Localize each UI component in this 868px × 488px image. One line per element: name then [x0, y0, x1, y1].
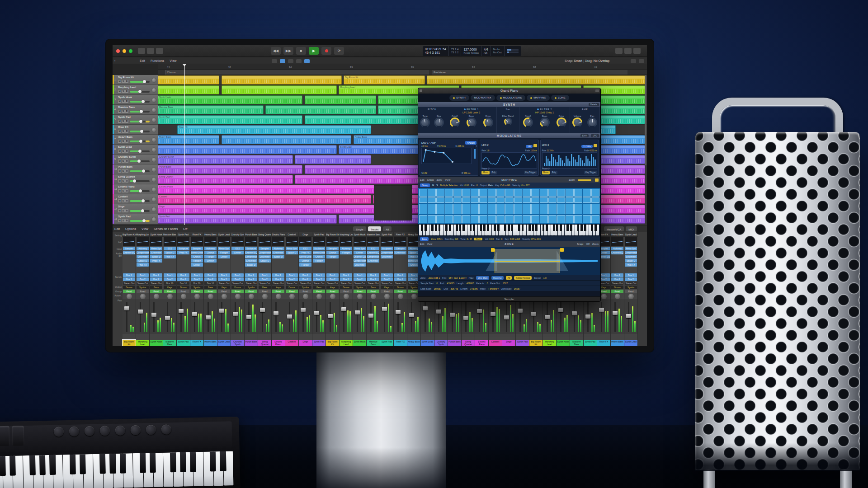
strip-eq-thumbnail[interactable]: [164, 237, 176, 246]
strip-instrument-slot[interactable]: Alchemy: [137, 247, 149, 250]
strip-fx-slot[interactable]: Limiter: [231, 251, 244, 254]
strip-instrument-slot[interactable]: Sampler: [123, 247, 135, 250]
mixer-channel-strip[interactable]: Synth PadSculptureStereo DelayChorusFlan…: [312, 232, 326, 346]
add-env-button[interactable]: ENV: [580, 134, 589, 137]
track-pan-knob[interactable]: [152, 108, 156, 112]
strip-automation[interactable]: Read: [394, 290, 406, 293]
white-key[interactable]: [492, 225, 495, 235]
audio-region[interactable]: [427, 75, 645, 84]
track-volume-slider[interactable]: [130, 101, 150, 103]
track-s-button[interactable]: S: [122, 150, 125, 153]
strip-fader[interactable]: [529, 300, 542, 334]
strip-pan-knob[interactable]: [245, 293, 258, 300]
strip-fx-slot[interactable]: Space D: [259, 259, 271, 263]
white-key[interactable]: [516, 225, 519, 235]
zone-field-value[interactable]: 0: [436, 282, 438, 285]
strip-automation[interactable]: Read: [299, 290, 311, 293]
lfo2-mono-button[interactable]: Mono: [481, 171, 489, 174]
track-r-button[interactable]: R: [125, 209, 128, 212]
strip-group[interactable]: Synths: [625, 286, 637, 289]
audio-region[interactable]: Big Room Kit: [344, 75, 425, 84]
mixer-view-menu[interactable]: View: [142, 227, 148, 230]
black-key[interactable]: [511, 225, 514, 231]
strip-send-1[interactable]: Bus 1: [164, 273, 176, 277]
strip-fx-slot[interactable]: Flanger: [204, 255, 217, 258]
strip-automation[interactable]: Read: [231, 290, 244, 293]
mixer-view-all[interactable]: All: [383, 226, 392, 231]
sends-on-faders-button[interactable]: Sends on Faders: [154, 227, 178, 230]
fader-cap[interactable]: [599, 308, 604, 312]
synth-group-value[interactable]: LP 12dB Lush 2: [446, 111, 496, 114]
strip-instrument-slot[interactable]: Alchemy: [340, 247, 352, 250]
white-key[interactable]: [429, 225, 433, 235]
zone-field-value[interactable]: Zone 035 1: [429, 277, 440, 279]
drag-value[interactable]: No Overlap: [594, 59, 609, 62]
strip-group[interactable]: Synths: [354, 286, 366, 289]
mixer-channel-strip[interactable]: Punch BassSculptureChannel EQCompressorE…: [245, 232, 258, 346]
zone-cell[interactable]: [531, 204, 539, 214]
track-pan-knob[interactable]: [152, 178, 156, 182]
zone-cell[interactable]: [566, 204, 574, 214]
mixer-channel-strip[interactable]: Electric PianoAlchemyEnsembleSpace DBus …: [272, 232, 285, 346]
track-header[interactable]: 3Synth HookMSR: [113, 95, 158, 105]
strip-fx-slot[interactable]: Space D: [137, 259, 149, 263]
zone-cell[interactable]: [471, 197, 479, 203]
lfo2-keytrigger-button[interactable]: Key Trigger: [524, 171, 537, 174]
black-key[interactable]: [421, 225, 423, 231]
track-r-button[interactable]: R: [125, 199, 128, 202]
strip-fader[interactable]: [285, 300, 298, 334]
fader-cap[interactable]: [151, 313, 156, 317]
strip-send-1[interactable]: Bus 1: [191, 273, 203, 277]
zone-cell[interactable]: [445, 189, 453, 197]
track-r-button[interactable]: R: [125, 80, 128, 83]
strip-fader[interactable]: [502, 300, 515, 334]
zone-cell[interactable]: [505, 215, 513, 223]
black-key[interactable]: [439, 225, 441, 231]
strip-send-2[interactable]: Bus 2: [231, 277, 244, 281]
plugin-title-bar[interactable]: Grand Piano: [418, 88, 600, 94]
track-header[interactable]: 13CowbellMSR: [113, 194, 158, 204]
forward-button[interactable]: ▶▶: [283, 47, 293, 55]
synth-details-button[interactable]: Details: [589, 103, 599, 106]
track-header[interactable]: 1Big Room KitMSR: [113, 75, 158, 85]
strip-send-2[interactable]: Bus 2: [354, 277, 366, 281]
black-key[interactable]: [445, 225, 448, 231]
track-s-button[interactable]: S: [122, 219, 125, 222]
white-key[interactable]: [575, 225, 578, 235]
track-header[interactable]: 6Riser FXMSR: [113, 125, 158, 135]
synth-knob-volume[interactable]: Volume: [571, 115, 584, 127]
strip-fx-slot[interactable]: Phat FX: [150, 259, 162, 263]
strip-fader[interactable]: [407, 300, 420, 334]
strip-fx-slot[interactable]: Ensemble: [245, 259, 257, 263]
mixer-toggle-icon[interactable]: [615, 48, 623, 54]
strip-eq-thumbnail[interactable]: [245, 237, 257, 246]
audio-region[interactable]: Massive Bass: [158, 105, 264, 114]
strip-automation[interactable]: Read: [150, 290, 162, 293]
synth-knob-fine[interactable]: Fine: [432, 115, 446, 127]
synth-group-value[interactable]: [570, 111, 599, 114]
audio-region[interactable]: Cowbell: [158, 195, 371, 204]
strip-fx-slot[interactable]: Space D: [272, 255, 284, 258]
black-key[interactable]: [473, 225, 475, 231]
strip-fx-slot[interactable]: Ensemble: [137, 255, 149, 258]
synth-group-value[interactable]: [497, 111, 519, 114]
black-key[interactable]: [80, 454, 86, 474]
black-key[interactable]: [535, 225, 538, 231]
strip-fx-slot[interactable]: Flanger: [218, 251, 230, 254]
env1-vel-slider[interactable]: [474, 145, 476, 159]
track-r-button[interactable]: R: [125, 120, 128, 123]
black-key[interactable]: [591, 225, 593, 231]
strip-send-2[interactable]: Bus 2: [191, 277, 203, 281]
zone-toggle-button[interactable]: All: [506, 276, 512, 280]
strip-pan-knob[interactable]: [217, 293, 231, 300]
strip-automation[interactable]: Read: [218, 290, 230, 293]
black-key[interactable]: [140, 453, 146, 473]
mapping-keyboard[interactable]: [418, 224, 600, 236]
strip-fader[interactable]: [326, 300, 339, 334]
mixer-channel-strip[interactable]: Crunchy SynthES2LimiterBus 1Bus 2Stereo …: [231, 232, 245, 346]
editors-toggle-icon[interactable]: [624, 48, 632, 54]
zoom-h-icon[interactable]: [631, 59, 636, 63]
black-key[interactable]: [508, 225, 510, 231]
track-r-button[interactable]: R: [125, 140, 128, 143]
strip-send-2[interactable]: Bus 2: [381, 277, 393, 281]
